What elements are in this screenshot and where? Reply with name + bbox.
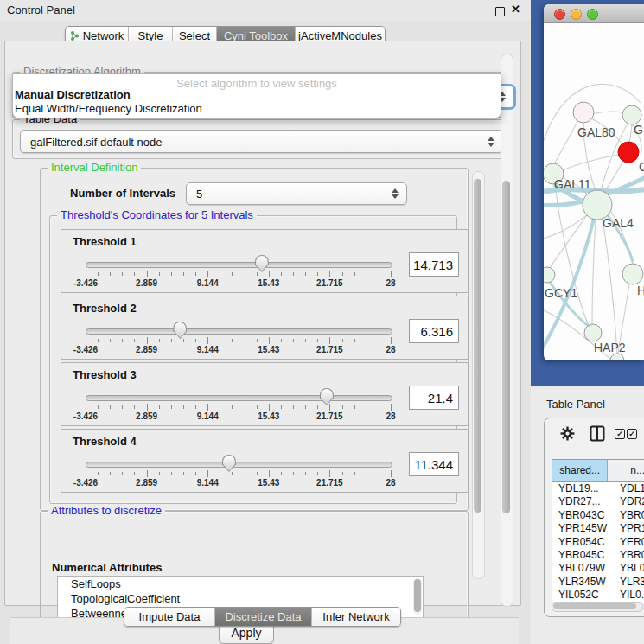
table-data-group: Table Data galFiltered.sif default node	[12, 119, 509, 159]
threshold-1-slider[interactable]: -3.4262.8599.14415.4321.71528	[86, 258, 391, 290]
zoom-traffic-light[interactable]	[587, 9, 598, 20]
slider-handle[interactable]	[222, 455, 236, 472]
threshold-4-slider[interactable]: -3.4262.8599.14415.4321.71528	[86, 458, 391, 489]
panel-scrollbar-thumb[interactable]	[502, 181, 510, 513]
column-header-shared[interactable]: shared...	[552, 460, 608, 481]
threshold-4-value-field[interactable]: 11.344	[409, 452, 459, 476]
threshold-3-slider[interactable]: -3.4262.8599.14415.4321.71528	[86, 392, 391, 423]
slider-track[interactable]	[86, 395, 392, 401]
threshold-3-panel: Threshold 3 -3.4262.8599.14415.4321.7152…	[61, 362, 469, 426]
split-columns-icon[interactable]	[590, 425, 605, 442]
table-cell[interactable]: YPR145W	[552, 522, 612, 535]
network-node-red-selected[interactable]	[618, 142, 639, 163]
tab-impute-data[interactable]: Impute Data	[124, 608, 215, 626]
threshold-4-panel: Threshold 4 -3.4262.8599.14415.4321.7152…	[61, 429, 469, 493]
tab-discretize-data[interactable]: Discretize Data	[215, 608, 312, 626]
numerical-attributes-label: Numerical Attributes	[52, 561, 162, 574]
slider-handle[interactable]	[255, 255, 269, 272]
network-node-g[interactable]	[622, 105, 641, 124]
table-cell[interactable]: YBR043C	[552, 509, 612, 522]
node-label: GAL4	[603, 216, 634, 230]
table-row: YBR043CYBR0...	[552, 509, 644, 522]
network-node-bottom[interactable]	[610, 354, 624, 360]
threshold-2-panel: Threshold 2 -3.4262.8599.14415.4321.7152…	[61, 296, 469, 360]
slider-track[interactable]	[86, 328, 392, 335]
table-panel-window: ✓ ✓ shared... n... YDL19...YDL1... YDR27…	[544, 418, 644, 617]
table-cell[interactable]: YDR2...	[612, 495, 644, 508]
slider-tick-labels: -3.4262.8599.14415.4321.71528	[86, 345, 391, 355]
close-icon[interactable]: ✕	[511, 3, 520, 16]
table-cell[interactable]: YBL0...	[612, 562, 644, 575]
column-header-name[interactable]: n...	[608, 460, 644, 481]
threshold-2-value-field[interactable]: 6.316	[409, 319, 459, 343]
table-row: YBL079WYBL0...	[552, 562, 644, 575]
table-data-combo[interactable]: galFiltered.sif default node	[20, 130, 503, 153]
tab-infer-network[interactable]: Infer Network	[312, 608, 400, 626]
threshold-1-label: Threshold 1	[73, 235, 137, 248]
slider-ticks	[86, 404, 391, 411]
table-cell[interactable]: YLR3...	[612, 576, 644, 589]
table-panel-title: Table Panel	[546, 398, 605, 411]
table-cell[interactable]: YER0...	[612, 536, 644, 549]
close-traffic-light[interactable]	[554, 9, 565, 20]
threshold-3-value-field[interactable]: 21.4	[409, 386, 459, 410]
network-view-window: GAL80 G. C GAL11 GAL4 GCY1 H HAP2	[544, 4, 644, 360]
checkbox-icon[interactable]: ✓	[615, 429, 625, 439]
table-cell[interactable]: YLR345W	[552, 576, 612, 589]
table-cell[interactable]: YER054C	[552, 536, 612, 549]
network-node-hap2[interactable]	[584, 324, 602, 341]
network-canvas[interactable]: GAL80 G. C GAL11 GAL4 GCY1 H HAP2	[544, 23, 644, 360]
inner-scrollbar-thumb[interactable]	[474, 179, 481, 513]
node-label: HAP2	[594, 341, 626, 354]
popup-option-manual-discretization[interactable]: Manual Discretization	[15, 88, 131, 101]
network-node-gal4[interactable]	[583, 190, 612, 220]
table-cell[interactable]: YDL19...	[552, 482, 612, 495]
table-header-row: shared... n...	[552, 460, 644, 482]
table-cell[interactable]: YBR0...	[612, 509, 644, 522]
table-row: YIL052CYIL0...	[552, 589, 644, 602]
table-row: YPR145WYPR1...	[552, 522, 644, 535]
number-of-intervals-value: 5	[196, 188, 202, 201]
table-cell[interactable]: YDL1...	[612, 482, 644, 495]
table-horizontal-scrollbar-thumb[interactable]	[553, 603, 636, 609]
slider-ticks	[86, 337, 391, 344]
threshold-4-label: Threshold 4	[73, 435, 137, 448]
thresholds-coordinates-group-title: Threshold's Coordinates for 5 Intervals	[57, 209, 257, 221]
slider-tick-labels: -3.4262.8599.14415.4321.71528	[86, 278, 391, 289]
number-of-intervals-combo[interactable]: 5	[186, 182, 407, 205]
table-horizontal-scrollbar[interactable]	[552, 602, 643, 612]
network-node-h[interactable]	[622, 264, 643, 284]
table-cell[interactable]: YBR045C	[552, 549, 612, 562]
table-cell[interactable]: YPR1...	[612, 522, 644, 535]
network-node-gal80[interactable]	[573, 102, 594, 123]
threshold-2-slider[interactable]: -3.4262.8599.14415.4321.71528	[86, 325, 391, 356]
table-cell[interactable]: YIL0...	[612, 589, 644, 602]
list-scrollbar[interactable]	[413, 578, 422, 615]
interval-definition-group-title: Interval Definition	[48, 162, 141, 174]
inner-scrollbar[interactable]	[472, 171, 485, 579]
slider-track[interactable]	[86, 462, 392, 468]
table-cell[interactable]: YDR27...	[552, 495, 612, 508]
interval-definition-group: Interval Definition Number of Intervals …	[40, 168, 469, 511]
float-window-icon[interactable]	[495, 7, 505, 16]
minimize-traffic-light[interactable]	[571, 9, 582, 20]
list-item[interactable]: SelfLoops	[58, 577, 423, 591]
list-item[interactable]: TopologicalCoefficient	[58, 591, 423, 606]
network-node-gcy1[interactable]	[544, 267, 555, 283]
control-panel-title: Control Panel	[7, 3, 75, 16]
popup-option-equal-width-frequency[interactable]: Equal Width/Frequency Discretization	[15, 102, 202, 115]
slider-track[interactable]	[86, 262, 392, 268]
tab-discretize-data-label: Discretize Data	[225, 610, 301, 623]
panel-scrollbar[interactable]	[501, 54, 513, 607]
gear-icon[interactable]	[560, 426, 575, 441]
slider-handle[interactable]	[173, 322, 187, 339]
checkbox-icon[interactable]: ✓	[627, 429, 637, 439]
table-cell[interactable]: YBL079W	[552, 562, 612, 575]
threshold-2-label: Threshold 2	[73, 302, 137, 315]
table-cell[interactable]: YIL052C	[552, 589, 612, 602]
network-window-titlebar[interactable]	[544, 4, 644, 23]
slider-handle[interactable]	[320, 388, 334, 405]
table-cell[interactable]: YBR0...	[612, 549, 644, 562]
algorithm-dropdown-popup: Select algorithm to view settings Manual…	[12, 73, 501, 118]
threshold-1-value-field[interactable]: 14.713	[409, 252, 459, 277]
